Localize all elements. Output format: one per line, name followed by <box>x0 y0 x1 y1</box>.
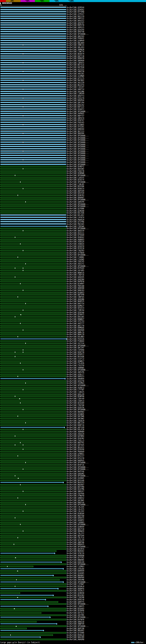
hit-bar[interactable] <box>0 542 66 543</box>
hit-bar[interactable] <box>0 369 66 370</box>
hit-bar[interactable] <box>0 157 66 158</box>
hit-bar[interactable] <box>0 314 66 315</box>
hit-bar[interactable] <box>0 502 66 503</box>
hit-bar[interactable] <box>0 184 66 185</box>
hit-bar[interactable] <box>0 274 66 276</box>
hit-bar[interactable] <box>0 82 66 83</box>
hit-bar[interactable] <box>0 192 66 194</box>
hit-bar[interactable] <box>0 144 66 145</box>
hit-bar[interactable] <box>0 356 66 357</box>
hit-bar[interactable] <box>0 491 66 492</box>
hit-bar[interactable] <box>0 20 66 21</box>
hit-bar[interactable] <box>0 133 66 134</box>
hit-bar[interactable] <box>0 493 66 494</box>
hit-bar[interactable] <box>0 354 66 355</box>
hit-bar[interactable] <box>0 228 66 229</box>
hit-bar[interactable] <box>0 210 66 212</box>
hit-bar[interactable] <box>0 172 66 174</box>
hit-bar[interactable] <box>0 283 66 284</box>
hit-bar[interactable] <box>0 510 66 512</box>
hit-bar[interactable] <box>0 38 66 39</box>
hit-bar[interactable] <box>0 624 56 624</box>
hit-bar[interactable] <box>0 575 53 576</box>
hit-bar[interactable] <box>0 515 66 516</box>
hit-bar[interactable] <box>0 455 66 457</box>
hit-bar[interactable] <box>0 475 66 476</box>
hit-bar[interactable] <box>0 323 66 324</box>
hit-bar[interactable] <box>0 427 64 428</box>
hit-bar[interactable] <box>0 555 66 556</box>
hit-bar[interactable] <box>0 272 66 274</box>
hit-bar[interactable] <box>0 7 66 8</box>
hit-bar[interactable] <box>0 224 66 224</box>
hit-bar[interactable] <box>0 49 66 50</box>
hit-bar[interactable] <box>0 98 66 99</box>
hit-bar[interactable] <box>0 336 66 338</box>
hit-bar[interactable] <box>0 135 66 136</box>
hit-bar[interactable] <box>0 398 66 399</box>
hit-bar[interactable] <box>0 131 66 132</box>
hit-bar[interactable] <box>0 334 66 335</box>
hit-bar[interactable] <box>0 343 66 344</box>
hit-bar[interactable] <box>0 451 66 452</box>
hit-bar[interactable] <box>0 126 66 127</box>
hit-bar[interactable] <box>0 528 66 530</box>
hit-bar[interactable] <box>0 239 66 240</box>
hit-bar[interactable] <box>0 548 66 550</box>
hit-bar[interactable] <box>0 590 66 592</box>
hit-bar[interactable] <box>0 544 66 545</box>
hit-bar[interactable] <box>0 139 66 140</box>
hit-bar[interactable] <box>0 444 66 446</box>
hit-bar[interactable] <box>0 246 66 247</box>
hit-bar[interactable] <box>0 113 66 114</box>
hit-bar[interactable] <box>0 603 66 605</box>
hit-bar[interactable] <box>0 513 66 514</box>
hit-bar[interactable] <box>0 539 66 541</box>
hit-bar[interactable] <box>0 349 66 351</box>
hit-bar[interactable] <box>0 347 66 348</box>
hit-bar[interactable] <box>0 584 66 585</box>
hit-bar[interactable] <box>0 533 66 534</box>
hit-bar[interactable] <box>0 637 40 637</box>
hit-bar[interactable] <box>0 389 66 390</box>
hit-bar[interactable] <box>0 124 66 125</box>
hit-bar[interactable] <box>0 564 66 565</box>
hit-bar[interactable] <box>0 91 66 92</box>
hit-bar[interactable] <box>0 155 66 156</box>
hit-bar[interactable] <box>0 632 66 634</box>
hit-bar[interactable] <box>0 358 66 360</box>
hit-bar[interactable] <box>0 320 66 322</box>
hit-bar[interactable] <box>0 214 66 216</box>
hit-bar[interactable] <box>0 345 66 346</box>
hit-bar[interactable] <box>0 80 66 81</box>
hit-bar[interactable] <box>0 305 66 306</box>
hit-bar[interactable] <box>0 104 66 105</box>
hit-bar[interactable] <box>0 318 66 320</box>
hit-bar[interactable] <box>0 292 66 293</box>
hit-bar[interactable] <box>0 634 53 636</box>
hit-bar[interactable] <box>0 382 66 384</box>
hit-bar[interactable] <box>0 480 66 481</box>
hit-bar[interactable] <box>0 230 66 232</box>
hit-bar[interactable] <box>0 27 66 28</box>
hit-bar[interactable] <box>0 582 63 582</box>
hit-bar[interactable] <box>0 504 66 505</box>
hit-bar[interactable] <box>0 252 66 254</box>
hit-bar[interactable] <box>0 84 66 86</box>
hit-bar[interactable] <box>0 433 66 435</box>
hit-bar[interactable] <box>0 162 66 163</box>
hit-bar[interactable] <box>0 628 27 629</box>
hit-bar[interactable] <box>0 259 66 260</box>
hit-bar[interactable] <box>0 118 66 118</box>
hit-bar[interactable] <box>0 93 66 94</box>
hit-bar[interactable] <box>0 64 66 65</box>
hit-bar[interactable] <box>0 46 66 48</box>
hit-bar[interactable] <box>0 416 66 417</box>
hit-bar[interactable] <box>0 86 66 88</box>
hit-bar[interactable] <box>0 56 66 57</box>
hit-bar[interactable] <box>0 488 66 490</box>
hit-bar[interactable] <box>0 553 54 554</box>
hit-bar[interactable] <box>0 376 66 377</box>
hit-bar[interactable] <box>0 254 66 256</box>
hit-bar[interactable] <box>0 374 66 375</box>
